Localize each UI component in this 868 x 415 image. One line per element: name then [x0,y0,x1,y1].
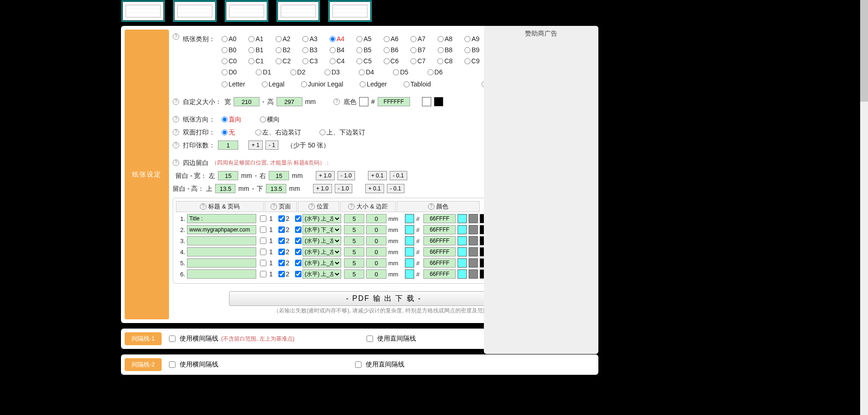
preset-swatch-cyan[interactable] [458,247,467,256]
color-hex-input[interactable] [423,225,456,234]
size-input[interactable] [344,247,364,256]
paper-size-radio[interactable] [356,36,362,42]
paper-size-radio[interactable] [276,47,282,53]
paper-size-b8[interactable]: B8 [434,44,459,55]
page1-checkbox[interactable] [278,249,285,255]
title-text-input[interactable] [187,225,256,234]
paper-size-radio[interactable] [302,36,308,42]
paper-size-junior-legal[interactable]: Junior Legal [297,79,343,90]
sep2-vertical-checkbox[interactable] [355,361,362,368]
paper-size-radio[interactable] [256,69,262,75]
paper-size-a7[interactable]: A7 [407,33,432,44]
paper-size-radio[interactable] [464,58,470,64]
paper-size-radio[interactable] [222,36,228,42]
title-enabled-checkbox[interactable] [260,215,266,222]
color-hex-input[interactable] [423,269,456,279]
sep2-horizontal-checkbox[interactable] [169,361,175,368]
title-enabled-checkbox[interactable] [260,226,266,233]
paper-size-letter[interactable]: Letter [218,79,245,90]
custom-height-input[interactable] [277,97,302,106]
title-text-input[interactable] [187,258,256,268]
paper-size-b3[interactable]: B3 [299,44,324,55]
paper-size-a6[interactable]: A6 [380,33,405,44]
title-enabled-checkbox[interactable] [260,260,266,266]
paper-size-d3[interactable]: D3 [321,67,353,78]
color-swatch[interactable] [405,225,414,234]
help-icon[interactable]: ? [348,203,355,210]
paper-size-b0[interactable]: B0 [218,44,243,55]
title-text-input[interactable] [187,214,256,223]
page2-checkbox[interactable] [295,260,301,266]
orientation-portrait-radio[interactable] [222,116,228,122]
paper-size-radio[interactable] [248,58,254,64]
paper-size-b2[interactable]: B2 [272,44,297,55]
paper-size-radio[interactable] [356,47,362,53]
paper-size-radio[interactable] [302,58,308,64]
title-enabled-checkbox[interactable] [260,249,266,255]
paper-size-radio[interactable] [276,58,282,64]
margin-right-input[interactable] [269,171,289,180]
margin-tb-plus01-button[interactable]: + 0.1 [365,184,384,193]
paper-size-radio[interactable] [464,47,470,53]
paper-size-radio[interactable] [438,47,444,53]
margin-input[interactable] [366,225,386,234]
paper-size-radio[interactable] [410,58,416,64]
preset-swatch-gray[interactable] [469,214,478,223]
paper-size-radio[interactable] [330,47,336,53]
color-swatch[interactable] [405,236,414,245]
position-select[interactable]: (水平) 上_左 [302,236,341,245]
page1-checkbox[interactable] [278,271,285,277]
page1-checkbox[interactable] [278,260,285,266]
paper-size-radio[interactable] [330,58,336,64]
paper-size-radio[interactable] [404,81,410,87]
paper-size-c9[interactable]: C9 [461,55,486,67]
paper-size-radio[interactable] [437,58,443,64]
page1-checkbox[interactable] [278,238,285,244]
size-input[interactable] [344,236,364,245]
margin-lr-minus10-button[interactable]: - 1.0 [338,171,355,180]
color-swatch[interactable] [405,214,414,223]
title-enabled-checkbox[interactable] [260,271,266,277]
position-select[interactable]: (水平) 上_左 [302,247,341,256]
bgcolor-hex-input[interactable] [378,97,410,106]
size-input[interactable] [344,258,364,268]
paper-size-radio[interactable] [301,81,307,87]
help-icon[interactable]: ? [173,142,179,148]
swatch-white[interactable] [422,97,431,106]
paper-size-a1[interactable]: A1 [245,33,270,44]
thumbnail-2[interactable] [173,0,217,22]
page1-checkbox[interactable] [278,215,285,222]
paper-size-radio[interactable] [356,58,362,64]
duplex-lr-radio[interactable] [255,129,261,135]
page2-checkbox[interactable] [295,271,301,277]
margin-bottom-input[interactable] [266,184,286,193]
duplex-none-radio[interactable] [222,129,228,135]
paper-size-radio[interactable] [248,36,254,42]
paper-size-radio[interactable] [325,69,331,75]
paper-size-radio[interactable] [330,36,336,42]
color-hex-input[interactable] [423,247,456,256]
page2-checkbox[interactable] [295,226,301,233]
paper-size-radio[interactable] [248,47,254,53]
orientation-landscape-radio[interactable] [260,116,266,122]
preset-swatch-gray[interactable] [469,225,478,234]
preset-swatch-gray[interactable] [469,269,478,279]
sep1-vertical-checkbox[interactable] [367,336,373,342]
paper-size-tabloid[interactable]: Tabloid [400,79,431,90]
paper-size-legal[interactable]: Legal [258,79,284,90]
paper-size-a5[interactable]: A5 [353,33,378,44]
title-text-input[interactable] [187,269,256,279]
paper-size-b7[interactable]: B7 [407,44,432,55]
paper-size-d6[interactable]: D6 [424,67,456,78]
thumbnail-1[interactable] [121,0,165,22]
swatch-black[interactable] [434,97,443,106]
paper-size-radio[interactable] [222,81,228,87]
paper-size-radio[interactable] [384,36,390,42]
copies-minus-button[interactable]: - 1 [265,140,278,150]
paper-size-a4[interactable]: A4 [326,33,351,44]
preset-swatch-cyan[interactable] [458,258,467,268]
preset-swatch-cyan[interactable] [458,269,467,279]
paper-size-radio[interactable] [438,36,444,42]
paper-size-b5[interactable]: B5 [353,44,378,55]
thumbnail-5[interactable] [328,0,372,22]
